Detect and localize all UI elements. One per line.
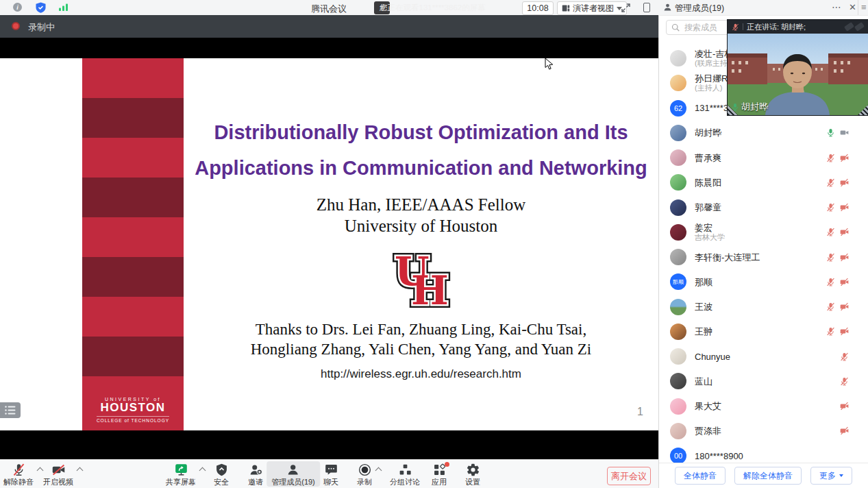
avatar: 00: [670, 448, 686, 464]
share-screen-button[interactable]: 共享屏幕: [166, 461, 196, 487]
member-row[interactable]: 那顺那顺: [659, 269, 859, 294]
member-row[interactable]: 郭馨童: [659, 195, 859, 220]
panel-more-icon[interactable]: ⋯: [832, 1, 842, 12]
unmute-button[interactable]: 解除静音: [3, 461, 34, 487]
avatar: 那顺: [670, 273, 686, 290]
avatar: [670, 149, 686, 166]
member-row[interactable]: 李轩衡-大连理工: [659, 245, 859, 269]
view-mode-selector[interactable]: 演讲者视图: [557, 1, 627, 15]
mute-all-button[interactable]: 全体静音: [675, 467, 726, 485]
member-row[interactable]: 陈晨阳: [659, 170, 859, 195]
meeting-time: 10:08: [522, 1, 554, 15]
video-header-controls[interactable]: [845, 24, 864, 29]
view-mode-label: 演讲者视图: [573, 3, 614, 14]
mic-off-icon: [826, 253, 835, 262]
invite-button[interactable]: 邀请: [248, 461, 263, 487]
member-status-icons: [826, 302, 849, 311]
member-status-icons: [840, 426, 849, 435]
slide-title-line2: Applications in Communication and Networ…: [184, 157, 658, 180]
chevron-up-icon[interactable]: [37, 467, 44, 474]
houston-logo: UNIVERSITY of HOUSTON COLLEGE of TECHNOL…: [82, 389, 184, 430]
mic-off-icon: [826, 278, 835, 286]
member-row[interactable]: 王翀: [659, 319, 859, 344]
houston-logo-main: HOUSTON: [100, 402, 165, 415]
mouse-cursor: [545, 58, 554, 71]
chat-button[interactable]: 聊天: [323, 461, 338, 487]
member-status-icons: [840, 377, 849, 386]
info-icon[interactable]: i: [13, 3, 22, 12]
unmute-all-button[interactable]: 解除全体静音: [734, 467, 802, 485]
manage-members-button[interactable]: 管理成员(19): [266, 461, 320, 487]
member-name: 李轩衡-大连理工: [695, 252, 826, 263]
chevron-up-icon[interactable]: [77, 467, 84, 474]
toolbar-label: 共享屏幕: [166, 477, 196, 487]
watching-screen-pill[interactable]: 您正在观看131****3862的屏幕 ≡: [374, 1, 390, 14]
avatar: [670, 125, 686, 141]
speaker-view-icon: [562, 4, 570, 12]
member-status-icons: [826, 154, 849, 162]
toolbar-label: 分组讨论: [390, 477, 420, 487]
sidebar-toggle-icon[interactable]: [643, 3, 650, 12]
chevron-down-icon: [839, 474, 843, 477]
speaking-label: 正在讲话: 胡封晔;: [747, 22, 806, 32]
toolbar-label: 邀请: [248, 477, 263, 487]
video-control-icon[interactable]: [844, 22, 854, 32]
leave-meeting-button[interactable]: 离开会议: [607, 467, 651, 485]
member-name: 果大艾: [695, 401, 840, 411]
mic-off-icon: [826, 178, 835, 187]
network-signal-icon[interactable]: [59, 3, 69, 11]
settings-button[interactable]: 设置: [465, 461, 480, 487]
more-button[interactable]: 更多: [810, 467, 852, 485]
member-row[interactable]: 贾涤非: [659, 419, 859, 443]
slide-thanks-line1: Thanks to Drs. Lei Fan, Zhuang Ling, Kai…: [184, 321, 658, 339]
breakout-rooms-button[interactable]: 分组讨论: [390, 461, 420, 487]
member-status-icons: [826, 253, 849, 262]
member-status-icons: [826, 203, 849, 212]
os-top-bar: i 腾讯会议 您正在观看131****3862的屏幕 ≡ 10:08 演讲者视图…: [0, 0, 868, 15]
divider: [743, 23, 743, 30]
chevron-up-icon[interactable]: [375, 467, 382, 474]
floating-list-button[interactable]: [0, 402, 21, 418]
member-row[interactable]: 胡封晔: [659, 121, 859, 145]
avatar: [670, 373, 686, 389]
chevron-up-icon[interactable]: [199, 467, 206, 474]
recording-dot-icon: [12, 22, 20, 30]
member-name: 陈晨阳: [695, 178, 826, 188]
share-screen-icon: [174, 463, 188, 477]
speaker-video-thumbnail[interactable]: 正在讲话: 胡封晔;: [728, 20, 868, 115]
invite-person-icon: [249, 463, 263, 477]
member-row[interactable]: 果大艾: [659, 394, 859, 419]
member-row[interactable]: 蓝山: [659, 369, 859, 393]
avatar: [670, 50, 686, 66]
member-name: 王波: [695, 302, 826, 312]
mic-off-icon: [840, 352, 849, 361]
fullscreen-toggle-icon[interactable]: [621, 3, 631, 13]
panel-close-icon[interactable]: ✕: [849, 2, 856, 12]
camera-off-icon: [51, 463, 66, 477]
toolbar-label: 开启视频: [43, 477, 73, 487]
member-row[interactable]: Chunyue: [659, 344, 859, 369]
mic-off-icon: [826, 154, 835, 162]
security-button[interactable]: 安全: [214, 461, 229, 487]
cam-off-icon: [840, 253, 849, 262]
security-shield-icon[interactable]: [36, 2, 46, 13]
notification-dot: [445, 462, 449, 467]
member-row[interactable]: 姜宏吉林大学: [659, 220, 859, 245]
toolbar-label: 应用: [432, 477, 447, 487]
member-name: 180****8900: [695, 451, 849, 461]
toolbar-label: 聊天: [323, 477, 338, 487]
cam-off-icon: [840, 203, 849, 212]
start-video-button[interactable]: 开启视频: [43, 461, 73, 487]
video-control-icon[interactable]: [854, 22, 865, 32]
member-role: 吉林大学: [695, 233, 826, 242]
avatar: [670, 199, 686, 216]
member-row[interactable]: 曹承爽: [659, 145, 859, 170]
apps-button[interactable]: 应用: [432, 461, 447, 487]
panel-handle-icon[interactable]: ≡: [861, 2, 867, 12]
record-button[interactable]: 录制: [357, 461, 372, 487]
panel-title: 管理成员(19): [675, 3, 724, 14]
member-name: 蓝山: [695, 376, 840, 387]
cam-off-icon: [840, 302, 849, 311]
cam-off-icon: [840, 426, 849, 435]
member-row[interactable]: 王波: [659, 295, 859, 319]
